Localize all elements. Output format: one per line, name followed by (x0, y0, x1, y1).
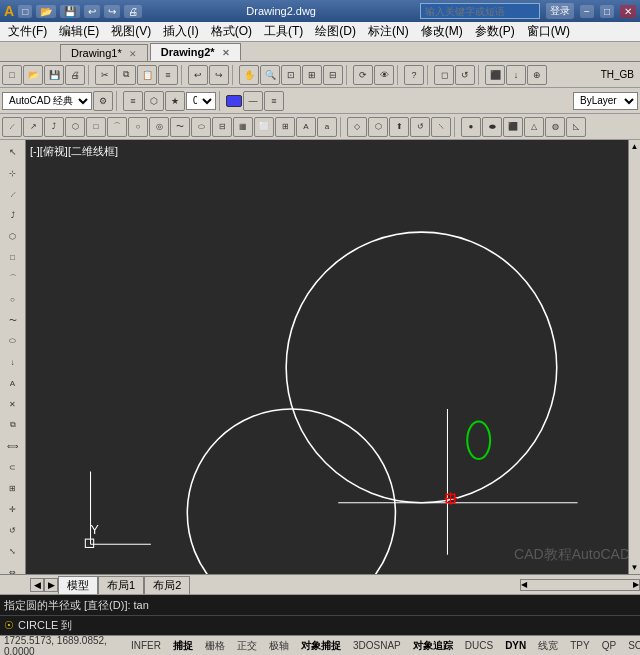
tb-zoom-win[interactable]: ⊞ (302, 65, 322, 85)
tab-nav-left[interactable]: ◀ (30, 578, 44, 592)
lt-insert[interactable]: ↓ (3, 352, 23, 372)
quick-access-redo[interactable]: ↪ (104, 5, 120, 18)
tb-extrude[interactable]: ⬆ (389, 117, 409, 137)
lt-rotate[interactable]: ↺ (3, 520, 23, 540)
lt-pick[interactable]: ↖ (3, 142, 23, 162)
tb-polygon[interactable]: ⬡ (65, 117, 85, 137)
tb-cylinder[interactable]: ⬬ (482, 117, 502, 137)
tab-nav-right[interactable]: ▶ (44, 578, 58, 592)
lt-polygon[interactable]: ⬡ (3, 226, 23, 246)
tb-open[interactable]: 📂 (23, 65, 43, 85)
tb-copy[interactable]: ⧉ (116, 65, 136, 85)
status-ducs[interactable]: DUCS (460, 639, 498, 652)
status-polar[interactable]: 极轴 (264, 638, 294, 654)
lt-mirror[interactable]: ⟺ (3, 436, 23, 456)
btab-model[interactable]: 模型 (58, 576, 98, 594)
tb-linetype[interactable]: — (243, 91, 263, 111)
lt-arc[interactable]: ⌒ (3, 268, 23, 288)
tb-xref[interactable]: ⊕ (527, 65, 547, 85)
lt-erase[interactable]: ✕ (3, 394, 23, 414)
lt-circle[interactable]: ○ (3, 289, 23, 309)
status-qp[interactable]: QP (597, 639, 621, 652)
status-snap[interactable]: 捕捉 (168, 638, 198, 654)
tb-undo[interactable]: ↩ (188, 65, 208, 85)
tb-3d-mesh[interactable]: ⬡ (368, 117, 388, 137)
lt-array[interactable]: ⊞ (3, 478, 23, 498)
status-infer[interactable]: INFER (126, 639, 166, 652)
status-osnap[interactable]: 对象捕捉 (296, 638, 346, 654)
tb-attrib[interactable]: a (317, 117, 337, 137)
tb-cone[interactable]: △ (524, 117, 544, 137)
tb-redo[interactable]: ↪ (209, 65, 229, 85)
status-sc[interactable]: SC (623, 639, 640, 652)
tb-save[interactable]: 💾 (44, 65, 64, 85)
lt-copy[interactable]: ⧉ (3, 415, 23, 435)
tb-3dorbit[interactable]: ⟳ (353, 65, 373, 85)
tb-shade[interactable]: ◻ (434, 65, 454, 85)
lt-move[interactable]: ✛ (3, 499, 23, 519)
tab-drawing2[interactable]: Drawing2* ✕ (150, 43, 241, 61)
tb-regen[interactable]: ↺ (455, 65, 475, 85)
tb-slice[interactable]: ⟍ (431, 117, 451, 137)
search-input[interactable] (420, 3, 540, 19)
tb-hatch[interactable]: ⊟ (212, 117, 232, 137)
lt-mtext[interactable]: A (3, 373, 23, 393)
bylayer-dropdown[interactable]: ByLayer (573, 92, 638, 110)
status-dyn[interactable]: DYN (500, 639, 531, 652)
canvas-area[interactable]: [-][俯视][二维线框] Y (26, 140, 640, 574)
tb-spline[interactable]: 〜 (170, 117, 190, 137)
tb-box3d[interactable]: ⬛ (503, 117, 523, 137)
tb-region[interactable]: ⬜ (254, 117, 274, 137)
menu-window[interactable]: 窗口(W) (521, 21, 576, 42)
lt-offset[interactable]: ⊂ (3, 457, 23, 477)
tb-polyline[interactable]: ⤴ (44, 117, 64, 137)
tab2-close[interactable]: ✕ (222, 48, 230, 58)
menu-dimension[interactable]: 标注(N) (362, 21, 415, 42)
hscrollbar[interactable]: ◀ ▶ (520, 579, 640, 591)
menu-file[interactable]: 文件(F) (2, 21, 53, 42)
login-button[interactable]: 登录 (546, 3, 574, 19)
quick-access-undo[interactable]: ↩ (84, 5, 100, 18)
tb-arc[interactable]: ⌒ (107, 117, 127, 137)
vscroll-up[interactable]: ▲ (629, 140, 640, 153)
tb-donut[interactable]: ◎ (149, 117, 169, 137)
status-lw[interactable]: 线宽 (533, 638, 563, 654)
tb-layer3[interactable]: ★ (165, 91, 185, 111)
tb-circle[interactable]: ○ (128, 117, 148, 137)
tab1-close[interactable]: ✕ (129, 49, 137, 59)
lt-stretch[interactable]: ⇔ (3, 562, 23, 574)
layer-dropdown[interactable]: 0 (186, 92, 216, 110)
tb-line[interactable]: ⟋ (2, 117, 22, 137)
status-grid[interactable]: 栅格 (200, 638, 230, 654)
quick-access-print[interactable]: 🖨 (124, 5, 142, 18)
menu-tools[interactable]: 工具(T) (258, 21, 309, 42)
tb-3d-face[interactable]: ◇ (347, 117, 367, 137)
btab-layout1[interactable]: 布局1 (98, 576, 144, 594)
tb-zoom-ext[interactable]: ⊡ (281, 65, 301, 85)
maximize-button[interactable]: □ (600, 5, 614, 18)
lt-ellipse[interactable]: ⬭ (3, 331, 23, 351)
status-3dosnap[interactable]: 3DOSNAP (348, 639, 406, 652)
lt-rect[interactable]: □ (3, 247, 23, 267)
tb-insert[interactable]: ↓ (506, 65, 526, 85)
status-otrack[interactable]: 对象追踪 (408, 638, 458, 654)
menu-insert[interactable]: 插入(I) (157, 21, 204, 42)
tb-wedge[interactable]: ◺ (566, 117, 586, 137)
quick-access-save[interactable]: 💾 (60, 5, 80, 18)
tb-mtext[interactable]: A (296, 117, 316, 137)
hscroll-left[interactable]: ◀ (521, 580, 527, 589)
lt-scale[interactable]: ⤡ (3, 541, 23, 561)
tb-plot[interactable]: 🖨 (65, 65, 85, 85)
tb-ray[interactable]: ↗ (23, 117, 43, 137)
tb-color[interactable] (226, 95, 242, 107)
tb-help[interactable]: ? (404, 65, 424, 85)
vscrollbar[interactable]: ▲ ▼ (628, 140, 640, 574)
lt-polyline[interactable]: ⤴ (3, 205, 23, 225)
tb-match[interactable]: ≡ (158, 65, 178, 85)
quick-access-open[interactable]: 📂 (36, 5, 56, 18)
tb-sphere[interactable]: ● (461, 117, 481, 137)
tb-zoom[interactable]: 🔍 (260, 65, 280, 85)
hscroll-right[interactable]: ▶ (633, 580, 639, 589)
tb-rect[interactable]: □ (86, 117, 106, 137)
tb-layer[interactable]: ≡ (123, 91, 143, 111)
